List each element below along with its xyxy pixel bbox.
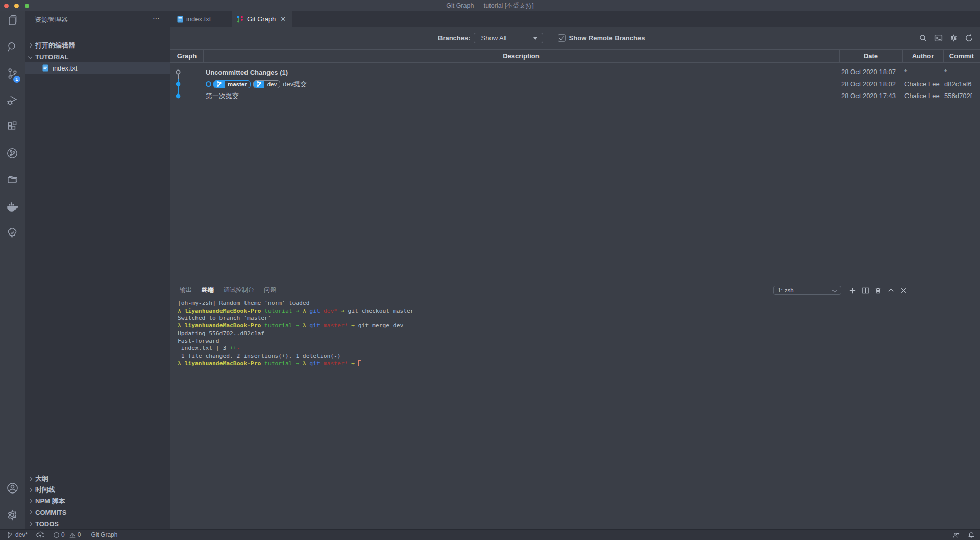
terminal-line: λ liyanhuandeMacBook-Pro tutorial → λ gi… bbox=[178, 322, 414, 330]
terminal-icon[interactable] bbox=[934, 34, 943, 42]
folders-icon[interactable] bbox=[0, 171, 24, 189]
more-actions-icon[interactable]: ⋯ bbox=[153, 11, 160, 27]
new-terminal-icon[interactable] bbox=[849, 287, 856, 294]
problems-status[interactable]: 0 0 bbox=[53, 531, 81, 538]
maximize-panel-icon[interactable] bbox=[887, 287, 895, 294]
kill-terminal-icon[interactable] bbox=[874, 287, 882, 294]
terminal-line: index.txt | 3 ++- bbox=[178, 345, 414, 353]
column-commit[interactable]: Commit bbox=[943, 50, 980, 63]
git-branch-icon bbox=[7, 532, 13, 538]
terminal-picker[interactable]: 1: zsh bbox=[773, 286, 841, 295]
tab-output[interactable]: 输出 bbox=[180, 280, 192, 299]
section-timeline[interactable]: 时间线 bbox=[24, 484, 170, 496]
terminal-line: λ liyanhuandeMacBook-Pro tutorial → λ gi… bbox=[178, 360, 414, 368]
column-date[interactable]: Date bbox=[839, 50, 902, 63]
close-panel-icon[interactable] bbox=[900, 287, 908, 294]
sidebar-bottom-sections bbox=[24, 471, 170, 471]
row-first-commit[interactable]: 第一次提交 28 Oct 2020 17:43 Chalice Lee 556d… bbox=[170, 90, 980, 102]
split-terminal-icon[interactable] bbox=[862, 287, 869, 294]
feedback-icon[interactable] bbox=[952, 532, 960, 539]
branch-icon bbox=[254, 80, 264, 88]
terminal-line: Fast-forward bbox=[178, 338, 414, 345]
activity-bar: 1 bbox=[0, 11, 24, 529]
git-graph-table-header: Graph Description Date Author Commit bbox=[170, 49, 980, 63]
window-title: Git Graph — tutorial [不受支持] bbox=[0, 0, 980, 11]
section-commits[interactable]: COMMITS bbox=[24, 507, 170, 518]
source-control-icon[interactable]: 1 bbox=[0, 64, 24, 83]
git-graph-actions bbox=[919, 27, 973, 49]
explorer-icon[interactable] bbox=[0, 11, 24, 30]
editor-area: index.txt Git Graph ✕ Branches: Show All… bbox=[170, 11, 980, 529]
row-uncommitted[interactable]: Uncommitted Changes (1) 28 Oct 2020 18:0… bbox=[170, 66, 980, 78]
bottom-panel: 输出 终端 调试控制台 问题 1: zsh [oh-my-zsh] Random… bbox=[170, 279, 980, 529]
panel-tabs: 输出 终端 调试控制台 问题 bbox=[180, 280, 286, 299]
tab-terminal[interactable]: 终端 bbox=[202, 280, 214, 299]
tab-bar: index.txt Git Graph ✕ bbox=[170, 11, 980, 27]
tab-problems[interactable]: 问题 bbox=[264, 280, 276, 299]
terminal-line: Updating 556d702..d82c1af bbox=[178, 330, 414, 338]
sidebar-title: 资源管理器 bbox=[35, 16, 68, 24]
row-dev-commit[interactable]: master dev dev提交 28 Oct 2020 18:02 Chali… bbox=[170, 78, 980, 90]
branch-chip-master[interactable]: master bbox=[213, 80, 251, 88]
section-outline[interactable]: 大纲 bbox=[24, 473, 170, 484]
column-description[interactable]: Description bbox=[203, 50, 839, 63]
folder-tutorial[interactable]: TUTORIAL bbox=[24, 51, 170, 62]
file-icon bbox=[42, 64, 48, 72]
terminal-line: Switched to branch 'master' bbox=[178, 315, 414, 322]
git-history-icon[interactable] bbox=[0, 144, 24, 162]
settings-gear-icon[interactable] bbox=[0, 506, 24, 524]
refresh-icon[interactable] bbox=[965, 34, 973, 42]
close-tab-icon[interactable]: ✕ bbox=[280, 15, 286, 23]
tab-index-txt[interactable]: index.txt bbox=[170, 11, 232, 27]
file-icon bbox=[177, 16, 183, 23]
todo-tree-icon[interactable] bbox=[0, 224, 24, 242]
git-graph-status[interactable]: Git Graph bbox=[91, 531, 117, 538]
explorer-sidebar: 资源管理器 ⋯ 打开的编辑器 TUTORIAL index.txt 大纲 时间线… bbox=[24, 11, 170, 529]
find-commit-icon[interactable] bbox=[919, 34, 927, 42]
tab-debug-console[interactable]: 调试控制台 bbox=[224, 280, 254, 299]
scm-badge: 1 bbox=[13, 76, 20, 83]
show-remote-label: Show Remote Branches bbox=[569, 34, 645, 42]
chevron-down-icon bbox=[28, 55, 32, 59]
account-icon[interactable] bbox=[0, 479, 24, 497]
branch-status[interactable]: dev* bbox=[7, 531, 28, 538]
chevron-right-icon bbox=[28, 43, 32, 48]
sidebar-header: 资源管理器 ⋯ bbox=[24, 11, 170, 27]
file-index-txt[interactable]: index.txt bbox=[24, 62, 170, 74]
branches-dropdown[interactable]: Show All bbox=[474, 33, 543, 43]
terminal-line: [oh-my-zsh] Random theme 'norm' loaded bbox=[178, 300, 414, 308]
warnings-icon bbox=[69, 532, 76, 538]
dropdown-arrow-icon bbox=[533, 37, 537, 40]
git-graph-icon bbox=[236, 15, 244, 23]
errors-icon bbox=[53, 532, 60, 538]
docker-icon[interactable] bbox=[0, 197, 24, 216]
extensions-icon[interactable] bbox=[0, 118, 24, 136]
search-icon[interactable] bbox=[0, 38, 24, 56]
branch-icon bbox=[214, 80, 225, 88]
section-todos[interactable]: TODOS bbox=[24, 518, 170, 529]
status-bar: dev* 0 0 Git Graph bbox=[0, 529, 980, 540]
run-debug-icon[interactable] bbox=[0, 91, 24, 109]
chevron-down-icon bbox=[832, 288, 837, 292]
settings-icon[interactable] bbox=[949, 34, 958, 42]
notifications-bell-icon[interactable] bbox=[968, 532, 975, 539]
git-graph-toolbar: Branches: Show All Show Remote Branches bbox=[438, 27, 645, 49]
terminal-actions bbox=[849, 281, 908, 299]
column-author[interactable]: Author bbox=[902, 50, 943, 63]
checked-out-ring bbox=[206, 81, 211, 87]
sync-status[interactable] bbox=[36, 531, 44, 538]
column-graph[interactable]: Graph bbox=[170, 50, 203, 63]
terminal-cursor bbox=[358, 360, 361, 366]
publish-icon bbox=[36, 531, 44, 538]
terminal-line: 1 file changed, 2 insertions(+), 1 delet… bbox=[178, 353, 414, 360]
section-npm-scripts[interactable]: NPM 脚本 bbox=[24, 496, 170, 507]
show-remote-checkbox[interactable] bbox=[558, 34, 566, 42]
branch-chip-dev[interactable]: dev bbox=[253, 80, 281, 88]
tab-git-graph[interactable]: Git Graph ✕ bbox=[232, 11, 292, 27]
terminal-content[interactable]: [oh-my-zsh] Random theme 'norm' loadedλ … bbox=[178, 300, 414, 367]
title-bar: Git Graph — tutorial [不受支持] bbox=[0, 0, 980, 11]
branches-label: Branches: bbox=[438, 34, 471, 42]
terminal-line: λ liyanhuandeMacBook-Pro tutorial → λ gi… bbox=[178, 308, 414, 315]
open-editors-section[interactable]: 打开的编辑器 bbox=[24, 40, 170, 51]
